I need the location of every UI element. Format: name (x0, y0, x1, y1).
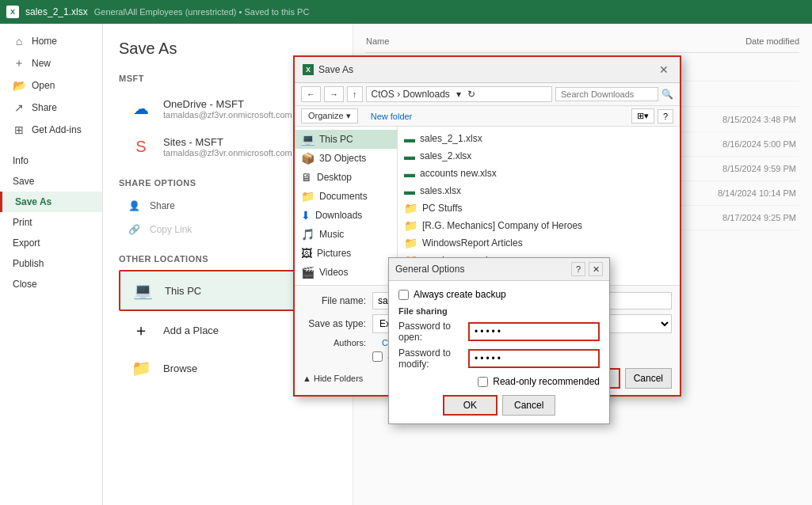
back-button[interactable]: ← (301, 86, 321, 102)
general-options-dialog: General Options ? ✕ Always create backup… (388, 257, 610, 424)
go-title: General Options (395, 264, 464, 275)
help-button[interactable]: ? (658, 109, 673, 123)
sidebar-item-share[interactable]: ↗ Share (0, 97, 102, 119)
nav-pictures[interactable]: 🖼 Pictures (295, 244, 397, 263)
sidebar: ⌂ Home ＋ New 📂 Open ↗ Share ⊞ Get Add-in… (0, 24, 103, 505)
file-entry[interactable]: 📁 PC Stuffs (398, 199, 680, 217)
onedrive-email: tamaldas@zf3vr.onmicrosoft.com (163, 110, 292, 120)
file-entry[interactable]: ▬ sales_2_1.xlsx (398, 130, 680, 147)
cancel-button[interactable]: Cancel (625, 368, 672, 389)
share-icon: ↗ (13, 101, 25, 114)
onedrive-icon: ☁ (128, 96, 154, 121)
go-help-button[interactable]: ? (571, 262, 585, 276)
go-ok-button[interactable]: OK (443, 395, 497, 416)
dialog-titlebar: X Save As ✕ (295, 57, 680, 83)
dialog-nav-panel: 💻 This PC 📦 3D Objects 🖥 Desktop 📁 (295, 127, 398, 285)
view-button[interactable]: ⊞▾ (631, 108, 654, 123)
search-input[interactable] (555, 87, 658, 101)
file-date: 8/15/2024 9:59 PM (693, 164, 796, 173)
nav-3d-objects[interactable]: 📦 3D Objects (295, 149, 397, 168)
go-close-button[interactable]: ✕ (589, 262, 603, 276)
hide-folders-button[interactable]: ▲ Hide Folders (303, 374, 363, 383)
sites-icon: S (128, 134, 154, 159)
file-date: 8/15/2024 3:48 PM (693, 115, 796, 124)
filename-label: File name: (303, 295, 366, 306)
hide-folders-label: ▲ Hide Folders (303, 374, 363, 383)
folder-icon: 📁 (404, 202, 417, 215)
nav-music[interactable]: 🎵 Music (295, 225, 397, 244)
organize-button[interactable]: Organize ▾ (301, 108, 358, 123)
always-backup-checkbox[interactable] (398, 290, 409, 300)
forward-button[interactable]: → (324, 86, 344, 102)
file-entry[interactable]: ▬ sales_2.xlsx (398, 147, 680, 165)
thumbnail-checkbox[interactable] (372, 351, 383, 362)
new-folder-button[interactable]: New folder (364, 110, 419, 123)
sidebar-item-home[interactable]: ⌂ Home (0, 30, 102, 52)
file-date: 8/14/2024 10:14 PM (693, 188, 796, 198)
go-titlebar: General Options ? ✕ (389, 258, 609, 281)
password-modify-input[interactable] (468, 349, 600, 368)
file-entry[interactable]: ▬ accounts new.xlsx (398, 165, 680, 182)
date-header: Date modified (745, 36, 799, 46)
this-pc-icon: 💻 (130, 278, 155, 303)
sites-name: Sites - MSFT (163, 136, 292, 148)
new-icon: ＋ (13, 57, 25, 70)
readonly-checkbox[interactable] (478, 377, 488, 387)
sidebar-item-new[interactable]: ＋ New (0, 52, 102, 74)
excel-file-icon: ▬ (404, 184, 415, 197)
sidebar-item-info[interactable]: Info (0, 150, 102, 171)
file-sharing-label: File sharing (398, 306, 600, 316)
nav-downloads[interactable]: ⬇ Downloads (295, 206, 397, 225)
nav-documents[interactable]: 📁 Documents (295, 187, 397, 206)
search-icon: 🔍 (661, 89, 673, 100)
onedrive-name: OneDrive - MSFT (163, 98, 292, 110)
filename: sales_2_1.xlsx (25, 6, 88, 17)
authors-label: Authors: (303, 338, 366, 347)
sidebar-item-save-as[interactable]: Save As (0, 192, 102, 212)
excel-file-icon: ▬ (404, 132, 415, 145)
sidebar-item-open[interactable]: 📂 Open (0, 74, 102, 97)
documents-icon: 📁 (301, 190, 315, 203)
refresh-icon: ↻ (467, 89, 475, 100)
sidebar-item-print[interactable]: Print (0, 212, 102, 233)
add-place-icon: ＋ (128, 317, 154, 343)
share-label: Share (150, 200, 175, 211)
breadcrumb: CtOS › Downloads ▾ ↻ (366, 86, 553, 102)
file-entry[interactable]: ▬ sales.xlsx (398, 182, 680, 199)
copy-link-icon: 🔗 (128, 224, 140, 235)
music-icon: 🎵 (301, 228, 315, 241)
this-pc-nav-icon: 💻 (301, 133, 315, 146)
sites-email: tamaldas@zf3vr.onmicrosoft.com (163, 148, 292, 158)
dialog-title-text: Save As (318, 64, 353, 75)
dialog-file-toolbar: Organize ▾ New folder ⊞▾ ? (295, 106, 680, 127)
password-open-input[interactable] (468, 322, 600, 341)
addins-icon: ⊞ (13, 123, 25, 136)
go-content: Always create backup File sharing Passwo… (389, 281, 609, 423)
sidebar-item-export[interactable]: Export (0, 233, 102, 253)
nav-windows10[interactable]: 💾 WINDOWS 10 (C:) (295, 282, 397, 285)
name-header: Name (366, 36, 389, 46)
top-bar: X sales_2_1.xlsx General\All Employees (… (0, 0, 812, 24)
nav-videos[interactable]: 🎬 Videos (295, 263, 397, 282)
password-modify-label: Password to modify: (398, 347, 462, 370)
sidebar-item-addins[interactable]: ⊞ Get Add-ins (0, 119, 102, 141)
up-button[interactable]: ↑ (347, 86, 363, 102)
downloads-icon: ⬇ (301, 209, 311, 222)
folder-icon: 📁 (404, 237, 417, 249)
file-path: General\All Employees (unrestricted) • S… (94, 7, 310, 17)
this-pc-label: This PC (165, 285, 201, 297)
sidebar-item-publish[interactable]: Publish (0, 253, 102, 274)
nav-this-pc[interactable]: 💻 This PC (295, 130, 397, 149)
sidebar-item-close[interactable]: Close (0, 274, 102, 294)
3d-icon: 📦 (301, 152, 315, 165)
save-type-label: Save as type: (303, 318, 366, 329)
file-entry[interactable]: 📁 [R.G. Mechanics] Company of Heroes (398, 217, 680, 234)
dialog-close-button[interactable]: ✕ (656, 62, 672, 78)
videos-icon: 🎬 (301, 266, 315, 279)
sidebar-item-save[interactable]: Save (0, 171, 102, 192)
password-open-row: Password to open: (398, 321, 600, 343)
go-cancel-button[interactable]: Cancel (502, 395, 555, 416)
app-icon: X (6, 6, 19, 18)
file-entry[interactable]: 📁 WindowsReport Articles (398, 234, 680, 252)
nav-desktop[interactable]: 🖥 Desktop (295, 168, 397, 187)
